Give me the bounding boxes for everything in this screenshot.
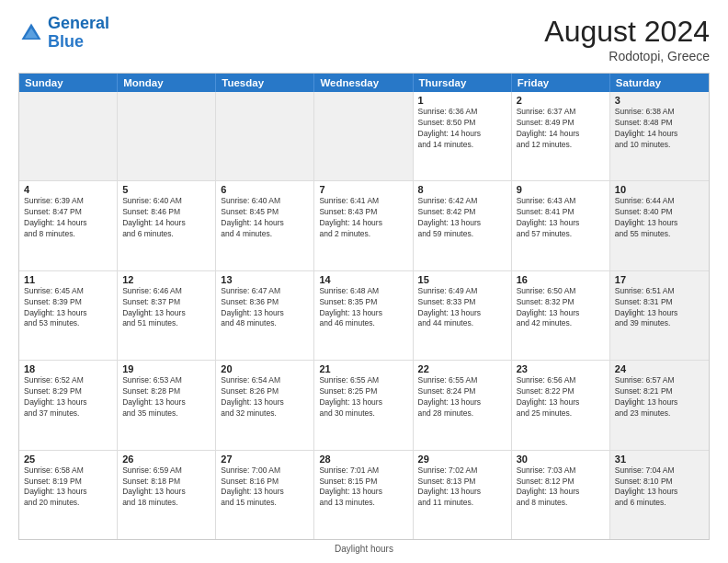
day-info: Sunrise: 6:54 AM Sunset: 8:26 PM Dayligh… xyxy=(221,375,309,419)
day-info: Sunrise: 6:57 AM Sunset: 8:21 PM Dayligh… xyxy=(615,375,704,419)
day-cell-12: 12Sunrise: 6:46 AM Sunset: 8:37 PM Dayli… xyxy=(118,271,216,360)
day-number: 4 xyxy=(24,184,112,195)
header-day-monday: Monday xyxy=(118,74,216,92)
day-info: Sunrise: 6:36 AM Sunset: 8:50 PM Dayligh… xyxy=(418,107,506,151)
day-info: Sunrise: 6:56 AM Sunset: 8:22 PM Dayligh… xyxy=(517,375,605,419)
header-day-tuesday: Tuesday xyxy=(216,74,314,92)
day-cell-27: 27Sunrise: 7:00 AM Sunset: 8:16 PM Dayli… xyxy=(216,451,314,539)
day-cell-30: 30Sunrise: 7:03 AM Sunset: 8:12 PM Dayli… xyxy=(512,451,610,539)
day-cell-18: 18Sunrise: 6:52 AM Sunset: 8:29 PM Dayli… xyxy=(19,361,118,449)
empty-cell xyxy=(314,92,413,180)
day-number: 10 xyxy=(615,184,704,195)
day-cell-3: 3Sunrise: 6:38 AM Sunset: 8:48 PM Daylig… xyxy=(610,92,709,180)
day-number: 13 xyxy=(221,274,309,285)
day-cell-8: 8Sunrise: 6:42 AM Sunset: 8:42 PM Daylig… xyxy=(414,181,512,270)
header-day-wednesday: Wednesday xyxy=(314,74,413,92)
day-number: 22 xyxy=(418,363,506,374)
day-number: 31 xyxy=(615,454,704,465)
day-cell-2: 2Sunrise: 6:37 AM Sunset: 8:49 PM Daylig… xyxy=(512,92,610,180)
day-info: Sunrise: 6:43 AM Sunset: 8:41 PM Dayligh… xyxy=(517,196,605,240)
day-number: 3 xyxy=(615,95,704,106)
day-info: Sunrise: 6:53 AM Sunset: 8:28 PM Dayligh… xyxy=(122,375,210,419)
day-cell-24: 24Sunrise: 6:57 AM Sunset: 8:21 PM Dayli… xyxy=(610,361,709,449)
day-number: 15 xyxy=(418,274,506,285)
day-cell-25: 25Sunrise: 6:58 AM Sunset: 8:19 PM Dayli… xyxy=(19,451,118,539)
day-info: Sunrise: 6:48 AM Sunset: 8:35 PM Dayligh… xyxy=(319,286,407,330)
day-info: Sunrise: 6:45 AM Sunset: 8:39 PM Dayligh… xyxy=(24,286,112,330)
day-cell-13: 13Sunrise: 6:47 AM Sunset: 8:36 PM Dayli… xyxy=(216,271,314,360)
day-cell-22: 22Sunrise: 6:55 AM Sunset: 8:24 PM Dayli… xyxy=(414,361,512,449)
month-title: August 2024 xyxy=(544,15,710,49)
day-number: 24 xyxy=(615,363,704,374)
calendar-header: SundayMondayTuesdayWednesdayThursdayFrid… xyxy=(19,74,709,92)
day-number: 26 xyxy=(122,454,210,465)
day-cell-26: 26Sunrise: 6:59 AM Sunset: 8:18 PM Dayli… xyxy=(118,451,216,539)
page: General Blue August 2024 Rodotopi, Greec… xyxy=(0,0,728,563)
day-number: 20 xyxy=(221,363,309,374)
day-info: Sunrise: 6:55 AM Sunset: 8:25 PM Dayligh… xyxy=(319,375,407,419)
logo: General Blue xyxy=(18,15,109,52)
empty-cell xyxy=(19,92,118,180)
day-info: Sunrise: 6:52 AM Sunset: 8:29 PM Dayligh… xyxy=(24,375,112,419)
day-cell-5: 5Sunrise: 6:40 AM Sunset: 8:46 PM Daylig… xyxy=(118,181,216,270)
day-cell-20: 20Sunrise: 6:54 AM Sunset: 8:26 PM Dayli… xyxy=(216,361,314,449)
location: Rodotopi, Greece xyxy=(544,49,710,63)
day-cell-17: 17Sunrise: 6:51 AM Sunset: 8:31 PM Dayli… xyxy=(610,271,709,360)
day-info: Sunrise: 7:02 AM Sunset: 8:13 PM Dayligh… xyxy=(418,465,506,510)
logo-icon xyxy=(18,20,44,46)
day-number: 25 xyxy=(24,454,112,465)
day-number: 9 xyxy=(517,184,605,195)
day-info: Sunrise: 6:46 AM Sunset: 8:37 PM Dayligh… xyxy=(122,286,210,330)
day-info: Sunrise: 6:38 AM Sunset: 8:48 PM Dayligh… xyxy=(615,107,704,151)
week-row-3: 18Sunrise: 6:52 AM Sunset: 8:29 PM Dayli… xyxy=(19,361,709,450)
day-cell-21: 21Sunrise: 6:55 AM Sunset: 8:25 PM Dayli… xyxy=(314,361,413,449)
calendar: SundayMondayTuesdayWednesdayThursdayFrid… xyxy=(18,73,710,540)
header-day-friday: Friday xyxy=(512,74,610,92)
logo-general: General xyxy=(48,14,109,32)
day-info: Sunrise: 6:39 AM Sunset: 8:47 PM Dayligh… xyxy=(24,196,112,240)
day-number: 29 xyxy=(418,454,506,465)
day-info: Sunrise: 6:42 AM Sunset: 8:42 PM Dayligh… xyxy=(418,196,506,240)
day-cell-29: 29Sunrise: 7:02 AM Sunset: 8:13 PM Dayli… xyxy=(414,451,512,539)
day-info: Sunrise: 6:37 AM Sunset: 8:49 PM Dayligh… xyxy=(517,107,605,151)
day-info: Sunrise: 6:40 AM Sunset: 8:46 PM Dayligh… xyxy=(122,196,210,240)
week-row-1: 4Sunrise: 6:39 AM Sunset: 8:47 PM Daylig… xyxy=(19,181,709,270)
header-day-thursday: Thursday xyxy=(414,74,512,92)
day-number: 18 xyxy=(24,363,112,374)
day-number: 6 xyxy=(221,184,309,195)
week-row-0: 1Sunrise: 6:36 AM Sunset: 8:50 PM Daylig… xyxy=(19,92,709,181)
day-number: 2 xyxy=(517,95,605,106)
title-block: August 2024 Rodotopi, Greece xyxy=(544,15,710,63)
day-number: 27 xyxy=(221,454,309,465)
day-cell-9: 9Sunrise: 6:43 AM Sunset: 8:41 PM Daylig… xyxy=(512,181,610,270)
day-number: 14 xyxy=(319,274,407,285)
day-number: 7 xyxy=(319,184,407,195)
day-cell-19: 19Sunrise: 6:53 AM Sunset: 8:28 PM Dayli… xyxy=(118,361,216,449)
day-number: 30 xyxy=(517,454,605,465)
day-number: 12 xyxy=(122,274,210,285)
day-number: 21 xyxy=(319,363,407,374)
header-day-sunday: Sunday xyxy=(19,74,118,92)
day-cell-23: 23Sunrise: 6:56 AM Sunset: 8:22 PM Dayli… xyxy=(512,361,610,449)
day-cell-28: 28Sunrise: 7:01 AM Sunset: 8:15 PM Dayli… xyxy=(314,451,413,539)
day-number: 11 xyxy=(24,274,112,285)
day-info: Sunrise: 6:40 AM Sunset: 8:45 PM Dayligh… xyxy=(221,196,309,240)
day-number: 17 xyxy=(615,274,704,285)
day-number: 16 xyxy=(517,274,605,285)
day-info: Sunrise: 7:03 AM Sunset: 8:12 PM Dayligh… xyxy=(517,465,605,510)
empty-cell xyxy=(216,92,314,180)
day-info: Sunrise: 6:41 AM Sunset: 8:43 PM Dayligh… xyxy=(319,196,407,240)
calendar-body: 1Sunrise: 6:36 AM Sunset: 8:50 PM Daylig… xyxy=(19,92,709,539)
day-cell-31: 31Sunrise: 7:04 AM Sunset: 8:10 PM Dayli… xyxy=(610,451,709,539)
day-cell-15: 15Sunrise: 6:49 AM Sunset: 8:33 PM Dayli… xyxy=(414,271,512,360)
day-info: Sunrise: 6:49 AM Sunset: 8:33 PM Dayligh… xyxy=(418,286,506,330)
day-info: Sunrise: 6:50 AM Sunset: 8:32 PM Dayligh… xyxy=(517,286,605,330)
day-cell-16: 16Sunrise: 6:50 AM Sunset: 8:32 PM Dayli… xyxy=(512,271,610,360)
day-info: Sunrise: 6:55 AM Sunset: 8:24 PM Dayligh… xyxy=(418,375,506,419)
day-info: Sunrise: 6:51 AM Sunset: 8:31 PM Dayligh… xyxy=(615,286,704,330)
day-number: 5 xyxy=(122,184,210,195)
empty-cell xyxy=(118,92,216,180)
day-number: 8 xyxy=(418,184,506,195)
day-number: 1 xyxy=(418,95,506,106)
day-number: 23 xyxy=(517,363,605,374)
